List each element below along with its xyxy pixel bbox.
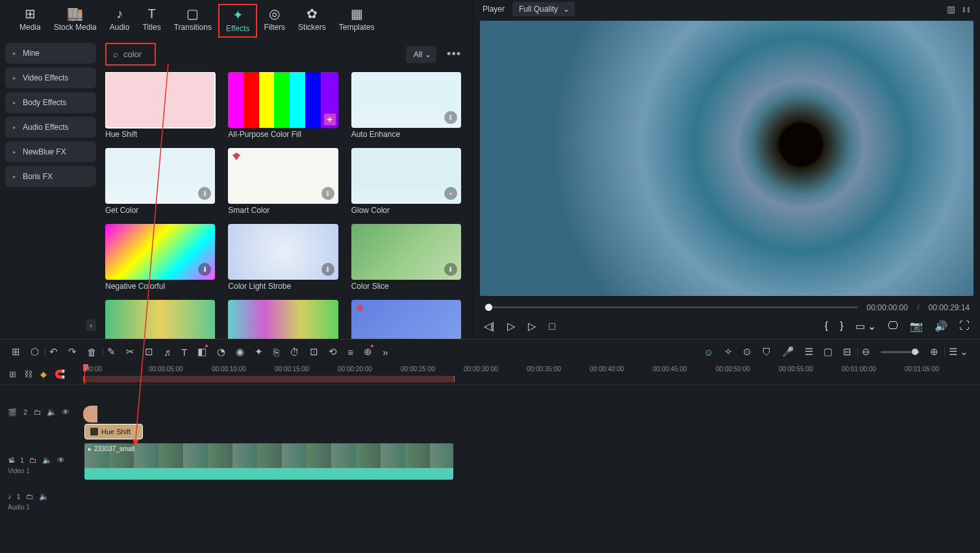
- effect-item[interactable]: [351, 300, 461, 339]
- effect-negative-colorful[interactable]: ⬇Negative Colorful: [105, 224, 215, 291]
- nav-stock-media[interactable]: 🏬Stock Media: [47, 4, 103, 38]
- folder-icon[interactable]: 🗀: [29, 456, 37, 465]
- tool-select-icon[interactable]: ⬡: [31, 346, 39, 358]
- display-settings-icon[interactable]: 🖵: [888, 320, 898, 332]
- tool-shield-icon[interactable]: ⛉: [762, 347, 772, 358]
- effect-clip-hue-shift[interactable]: Hue Shift: [84, 424, 143, 439]
- tool-text-icon[interactable]: T: [181, 347, 187, 358]
- effect-thumb[interactable]: ⬇: [228, 224, 338, 280]
- tool-timer-icon[interactable]: ⏱: [290, 347, 299, 358]
- nav-stickers[interactable]: ✿Stickers: [292, 4, 333, 38]
- effect-get-color[interactable]: ⬇Get Color: [105, 148, 215, 215]
- search-input[interactable]: [123, 49, 149, 59]
- folder-icon[interactable]: 🗀: [26, 492, 34, 501]
- tool-export-frame-icon[interactable]: ⎘: [273, 347, 279, 358]
- layout-dropdown[interactable]: ▭ ⌄: [855, 320, 876, 332]
- effect-item[interactable]: [105, 300, 215, 339]
- speaker-icon[interactable]: 🔈: [42, 456, 52, 465]
- nav-titles[interactable]: TTitles: [136, 4, 167, 38]
- sidebar-item-body-effects[interactable]: ▸Body Effects: [5, 92, 96, 113]
- download-icon[interactable]: ⬇: [444, 263, 457, 276]
- play-button[interactable]: ▷: [507, 320, 515, 332]
- download-icon[interactable]: ⬇: [444, 111, 457, 124]
- effect-glow-color[interactable]: +Glow Color: [351, 148, 461, 215]
- effect-thumb[interactable]: ⬇: [351, 224, 461, 280]
- tool-mic-icon[interactable]: 🎤: [782, 346, 794, 358]
- tool-bracket-icon[interactable]: ⊟: [843, 346, 851, 358]
- effect-thumb[interactable]: [228, 300, 338, 339]
- effect-all-purpose-color-fill[interactable]: +All-Purpose Color Fill: [228, 72, 338, 139]
- effect-thumb[interactable]: ⬇: [105, 148, 215, 204]
- effect-auto-enhance[interactable]: ⬇Auto Enhance: [351, 72, 461, 139]
- redo-button[interactable]: ↷: [68, 346, 77, 358]
- nav-transitions[interactable]: ▢Transitions: [168, 4, 218, 38]
- effect-color-light-strobe[interactable]: ⬇Color Light Strobe: [228, 224, 338, 291]
- download-icon[interactable]: ⬇: [198, 263, 211, 276]
- volume-icon[interactable]: 🔊: [935, 320, 948, 332]
- scrub-track[interactable]: [484, 306, 858, 308]
- filter-dropdown[interactable]: All: [406, 46, 436, 63]
- effect-thumb[interactable]: [105, 300, 215, 339]
- nav-effects[interactable]: ✦Effects: [218, 4, 257, 38]
- timeline-add-icon[interactable]: ⊞: [9, 369, 16, 379]
- compare-view-icon[interactable]: ▥: [947, 4, 955, 14]
- effect-thumb[interactable]: [351, 300, 461, 339]
- play-forward-button[interactable]: ▷: [528, 320, 536, 332]
- effect-thumb[interactable]: ⬇: [351, 72, 461, 128]
- tool-cut-icon[interactable]: ✂: [126, 346, 134, 358]
- timeline-magnet-icon[interactable]: 🧲: [55, 369, 65, 379]
- tool-play2-icon[interactable]: ⊙: [743, 346, 751, 358]
- sidebar-item-audio-effects[interactable]: ▸Audio Effects: [5, 117, 96, 138]
- effect-color-slice[interactable]: ⬇Color Slice: [351, 224, 461, 291]
- mark-in-button[interactable]: {: [825, 320, 828, 332]
- effect-thumb[interactable]: [105, 72, 215, 128]
- effect-hue-shift[interactable]: Hue Shift: [105, 72, 215, 139]
- mark-out-button[interactable]: }: [840, 320, 843, 332]
- fullscreen-icon[interactable]: ⛶: [959, 320, 970, 332]
- tool-list-icon[interactable]: ☰: [805, 346, 813, 358]
- tool-fit-icon[interactable]: ⊡: [310, 346, 318, 358]
- download-icon[interactable]: ⬇: [321, 187, 334, 200]
- nav-filters[interactable]: ◎Filters: [257, 4, 292, 38]
- speaker-icon[interactable]: 🔈: [39, 492, 49, 501]
- tool-speed-icon[interactable]: ◔: [217, 346, 225, 358]
- zoom-slider[interactable]: [881, 351, 920, 353]
- tool-card-icon[interactable]: ▢: [823, 346, 833, 358]
- effect-thumb[interactable]: ⬇: [228, 148, 338, 204]
- nav-media[interactable]: ⊞Media: [13, 4, 47, 38]
- delete-button[interactable]: 🗑: [87, 347, 97, 358]
- prev-frame-button[interactable]: ◁|: [484, 320, 494, 332]
- zoom-in-button[interactable]: ⊕: [930, 346, 938, 358]
- effect-item[interactable]: [228, 300, 338, 339]
- tool-face-icon[interactable]: ☺: [704, 347, 714, 358]
- tool-enhance-icon[interactable]: ✧: [724, 346, 733, 358]
- scrub-thumb[interactable]: [485, 304, 492, 311]
- effect-thumb[interactable]: +: [228, 72, 338, 128]
- timeline-marker-icon[interactable]: ◆: [40, 369, 47, 379]
- quality-dropdown[interactable]: Full Quality: [512, 2, 575, 16]
- stop-button[interactable]: □: [549, 321, 555, 332]
- effect-smart-color[interactable]: ⬇Smart Color: [228, 148, 338, 215]
- undo-button[interactable]: ↶: [49, 346, 58, 358]
- eye-icon[interactable]: 👁: [62, 408, 69, 417]
- playhead[interactable]: [84, 364, 85, 384]
- sidebar-collapse-button[interactable]: ‹: [86, 319, 96, 331]
- sidebar-item-newblue-fx[interactable]: ▸NewBlue FX: [5, 141, 96, 162]
- effect-thumb[interactable]: ⬇: [105, 224, 215, 280]
- tool-resize-icon[interactable]: ◧: [197, 346, 207, 358]
- track-view-button[interactable]: ☰ ⌄: [949, 346, 968, 358]
- folder-icon[interactable]: 🗀: [34, 408, 42, 417]
- snapshot-icon[interactable]: 📷: [910, 320, 923, 332]
- search-box[interactable]: ⌕: [105, 43, 156, 66]
- fx-range-marker[interactable]: [83, 406, 97, 423]
- tool-adjust-icon[interactable]: ≡: [347, 347, 353, 358]
- tool-music-icon[interactable]: ♬: [164, 347, 171, 358]
- speaker-icon[interactable]: 🔈: [47, 408, 57, 417]
- add-icon[interactable]: +: [444, 187, 457, 200]
- timeline-link-icon[interactable]: ⛓: [24, 369, 32, 379]
- download-icon[interactable]: ⬇: [198, 187, 211, 200]
- tool-color-icon[interactable]: ◉: [236, 346, 244, 358]
- tool-link-icon[interactable]: ⟲: [329, 346, 337, 358]
- zoom-out-button[interactable]: ⊖: [862, 346, 870, 358]
- eye-icon[interactable]: 👁: [57, 456, 65, 465]
